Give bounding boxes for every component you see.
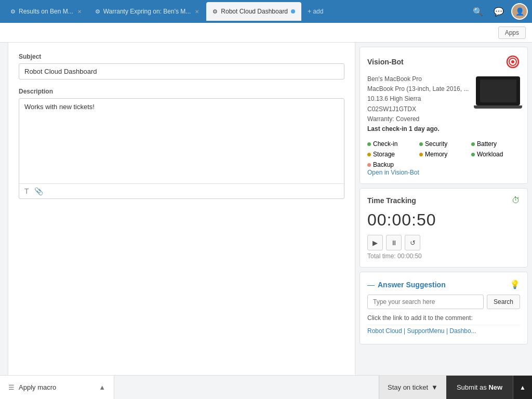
dot-storage [367,153,371,156]
click-link-text: Click the link to add it to the comment: [367,314,520,322]
answer-suggestion-header: — Answer Suggestion 💡 [367,280,520,289]
answer-search-input[interactable] [367,295,484,309]
apps-button[interactable]: Apps [498,26,526,39]
avatar-img: 👤 [515,7,524,16]
answer-search-button[interactable]: Search [487,295,520,309]
text-format-icon[interactable]: T [24,187,29,195]
total-value: 00:00:50 [397,252,422,260]
subject-label: Subject [19,53,344,60]
suggestion-link[interactable]: Robot Cloud | SupportMenu | Dashbo... [367,325,520,337]
tag-storage-label: Storage [373,151,395,158]
tag-memory-label: Memory [425,151,447,158]
tag-battery-label: Battery [477,140,497,148]
notifications-icon-btn[interactable]: 💬 [490,3,507,20]
time-tracking-panel: Time Tracking ⏱ 00:00:50 ▶ ⏸ ↺ Total tim… [360,188,528,268]
timer-icon: ⏱ [512,196,520,205]
os-version: 10.13.6 High Sierra [367,94,469,104]
stay-on-ticket-button[interactable]: Stay on ticket ▼ [379,376,446,399]
submit-dropdown-arrow: ▲ [520,384,526,391]
tag-backup: Backup [367,161,416,168]
answer-title-row: — Answer Suggestion [367,281,446,289]
submit-label: Submit as [457,383,487,391]
macro-icon: ☰ [8,383,15,391]
reset-button[interactable]: ↺ [405,235,420,250]
vision-bot-title: Vision-Bot [367,58,404,66]
device-info: Ben's MacBook Pro MacBook Pro (13-inch, … [367,74,469,134]
dot-backup [367,163,371,167]
dot-checkin [367,142,371,146]
left-strip [0,43,8,375]
description-input[interactable]: Works with new tickets! [19,99,344,182]
main-layout: Subject Description Works with new ticke… [0,43,532,375]
tab-bar-actions: 🔍 💬 👤 [470,3,528,20]
tag-backup-label: Backup [373,161,394,168]
apply-macro-button[interactable]: ☰ Apply macro ▲ [0,376,114,399]
play-icon: ▶ [373,239,378,247]
tab-close-results[interactable]: ✕ [77,9,82,15]
dot-battery [471,142,475,146]
tab-icon-robot-cloud: ⚙ [212,8,218,15]
tab-add-label: + add [308,8,323,15]
dot-memory [419,153,423,156]
tab-label-warranty: Warranty Expring on: Ben's M... [103,8,191,15]
collapse-icon[interactable]: — [367,281,375,289]
sub-bar: Apps [0,23,532,43]
time-display: 00:00:50 [367,210,520,230]
description-wrapper: Works with new tickets! T 📎 [19,98,344,199]
vision-bot-icon [506,55,520,69]
pause-button[interactable]: ⏸ [386,235,402,250]
vision-bot-header: Vision-Bot [367,55,520,69]
tab-robot-cloud[interactable]: ⚙ Robot Cloud Dashboard [206,2,301,21]
submit-type: New [488,383,502,391]
tab-label-robot-cloud: Robot Cloud Dashboard [221,8,288,15]
tab-close-warranty[interactable]: ✕ [195,9,199,15]
open-visionbot-link[interactable]: Open in Vision-Bot [367,169,419,176]
tag-battery: Battery [471,140,520,148]
time-tracking-title: Time Tracking [367,196,416,205]
right-sidebar: Vision-Bot Ben's MacBook Pro MacBook Pro… [355,43,532,375]
search-icon-btn[interactable]: 🔍 [470,3,486,20]
total-label: Total time: [367,252,396,260]
tag-memory: Memory [419,151,468,158]
tag-checkin-label: Check-in [373,140,397,148]
notifications-icon: 💬 [494,7,504,17]
attachment-icon[interactable]: 📎 [34,187,43,195]
play-button[interactable]: ▶ [367,235,383,250]
stay-on-ticket-label: Stay on ticket [388,383,428,391]
total-time: Total time: 00:00:50 [367,252,520,260]
ticket-area: Subject Description Works with new ticke… [8,43,355,375]
tab-label-results: Results on Ben M... [19,8,73,15]
stay-on-ticket-arrow: ▼ [431,383,438,391]
warranty: Warranty: Covered [367,114,469,124]
search-icon: 🔍 [473,7,483,17]
submit-new-main-button[interactable]: Submit as New [446,376,513,399]
time-tracking-header: Time Tracking ⏱ [367,196,520,205]
description-section: Description Works with new tickets! T 📎 [19,88,344,199]
pause-icon: ⏸ [391,239,397,247]
submit-new-dropdown-button[interactable]: ▲ [513,376,532,399]
tab-icon-warranty: ⚙ [95,8,100,15]
device-name: Ben's MacBook Pro [367,74,469,84]
vision-bot-panel: Vision-Bot Ben's MacBook Pro MacBook Pro… [360,47,528,184]
subject-input[interactable] [19,63,344,79]
answer-suggestion-title: Answer Suggestion [378,281,446,289]
search-row: Search [367,295,520,309]
tag-security: Security [419,140,468,148]
subject-section: Subject [19,53,344,79]
answer-suggestion-panel: — Answer Suggestion 💡 Search Click the l… [360,272,528,344]
reset-icon: ↺ [410,239,416,247]
tab-results[interactable]: ⚙ Results on Ben M... ✕ [4,2,88,21]
bottom-bar: ☰ Apply macro ▲ Stay on ticket ▼ Submit … [0,375,532,399]
tag-workload-label: Workload [477,151,503,158]
svg-point-2 [511,60,514,63]
tab-add-button[interactable]: + add [302,6,328,17]
serial: C02SW1J1GTDX [367,104,469,114]
vision-bot-info: Ben's MacBook Pro MacBook Pro (13-inch, … [367,74,520,134]
tab-warranty[interactable]: ⚙ Warranty Expring on: Ben's M... ✕ [89,2,206,21]
tab-icon-results: ⚙ [10,8,16,15]
dot-security [419,142,423,146]
bottom-right-actions: Stay on ticket ▼ Submit as New ▲ [379,376,532,399]
avatar[interactable]: 👤 [511,3,528,20]
tab-active-dot [291,9,295,14]
dot-workload [471,153,475,156]
